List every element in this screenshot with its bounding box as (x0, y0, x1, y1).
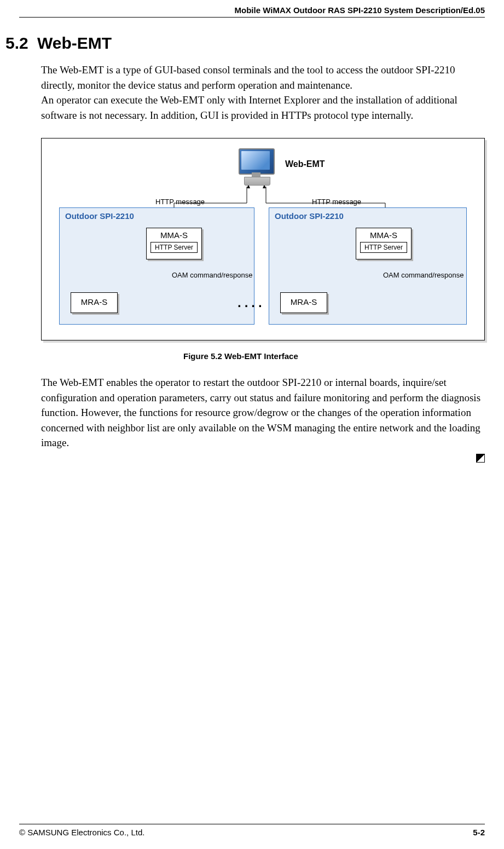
figure-5-2: Web-EMT HTTP message HTTP message Outdoo… (41, 138, 485, 361)
ellipsis-icon: ···· (237, 298, 265, 314)
mma-s-box-right: MMA-S HTTP Server (356, 228, 412, 259)
doc-title: Mobile WiMAX Outdoor RAS SPI-2210 System… (235, 5, 485, 15)
intro-text: The Web-EMT is a type of GUI-based conso… (41, 62, 485, 123)
section-number: 5.2 (5, 34, 37, 53)
para2: An operator can execute the Web-EMT only… (41, 94, 457, 121)
oam-label-left: OAM command/response (172, 271, 252, 279)
mma-s-label-r: MMA-S (370, 230, 397, 240)
para3-block: The Web-EMT enables the operator to rest… (41, 375, 485, 463)
spi-title-left: Outdoor SPI-2210 (65, 211, 134, 221)
spi-title-right: Outdoor SPI-2210 (275, 211, 344, 221)
http-server-box-right: HTTP Server (360, 242, 407, 253)
spi-2210-box-left: Outdoor SPI-2210 MMA-S HTTP Server MRA-S (59, 207, 254, 325)
section-title: Web-EMT (37, 34, 112, 52)
mma-s-label: MMA-S (160, 230, 188, 240)
mra-s-box-left: MRA-S (71, 292, 118, 313)
web-emt-label: Web-EMT (285, 159, 325, 169)
spi-2210-box-right: Outdoor SPI-2210 MMA-S HTTP Server MRA-S (269, 207, 467, 325)
http-message-label-right: HTTP message (312, 198, 361, 206)
http-message-label-left: HTTP message (155, 198, 205, 206)
page-footer: © SAMSUNG Electronics Co., Ltd. 5-2 (19, 824, 485, 837)
copyright-text: © SAMSUNG Electronics Co., Ltd. (19, 828, 144, 837)
oam-label-right: OAM command/response (383, 271, 464, 279)
mma-s-box-left: MMA-S HTTP Server (146, 228, 202, 259)
mra-s-box-right: MRA-S (280, 292, 327, 313)
para1: The Web-EMT is a type of GUI-based conso… (41, 64, 455, 91)
section-heading: 5.2Web-EMT (5, 34, 485, 53)
page-number: 5-2 (473, 828, 485, 837)
page-content: 5.2Web-EMT The Web-EMT is a type of GUI-… (0, 18, 504, 463)
computer-icon (235, 148, 280, 187)
para3: The Web-EMT enables the operator to rest… (41, 377, 480, 448)
diagram-frame: Web-EMT HTTP message HTTP message Outdoo… (41, 138, 485, 340)
http-server-box-left: HTTP Server (150, 242, 198, 253)
figure-caption: Figure 5.2 Web-EMT Interface (41, 351, 485, 361)
page-header: Mobile WiMAX Outdoor RAS SPI-2210 System… (19, 0, 485, 18)
section-end-icon (476, 454, 485, 463)
